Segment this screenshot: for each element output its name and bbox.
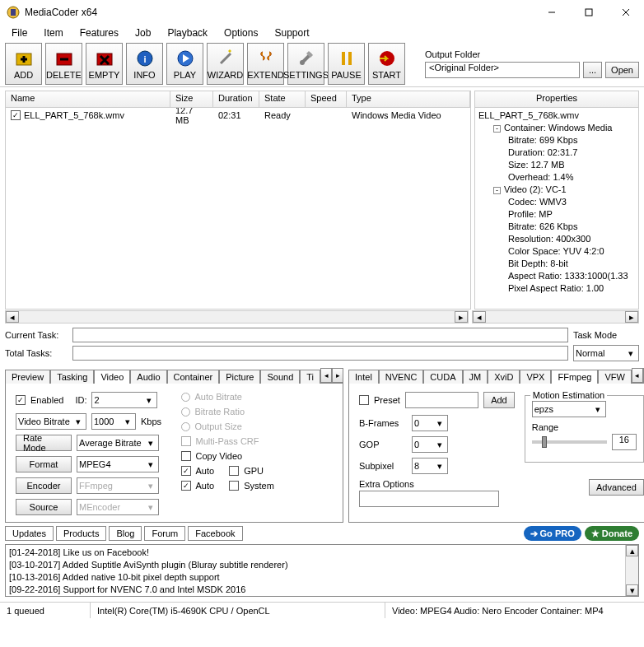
maximize-button[interactable]	[570, 0, 607, 25]
gopro-button[interactable]: ➔Go PRO	[524, 526, 581, 541]
menu-options[interactable]: Options	[216, 26, 266, 40]
tab-vpx[interactable]: VPX	[520, 370, 551, 384]
add-preset-button[interactable]: Add	[483, 392, 515, 408]
scroll-left-icon[interactable]: ◂	[473, 311, 486, 323]
col-state[interactable]: State	[259, 91, 306, 107]
format-select[interactable]: MPEG4▾	[77, 456, 159, 472]
donate-button[interactable]: ★Donate	[585, 526, 639, 541]
preset-input[interactable]	[405, 392, 478, 408]
gop-select[interactable]: 0▾	[412, 436, 448, 453]
link-products[interactable]: Products	[56, 526, 106, 541]
tab-intel[interactable]: Intel	[348, 370, 379, 384]
col-speed[interactable]: Speed	[306, 91, 347, 107]
tab-video[interactable]: Video	[94, 370, 130, 384]
tab-vfw[interactable]: VFW	[598, 370, 631, 384]
subpixel-select[interactable]: 8▾	[412, 458, 448, 474]
info-button[interactable]: iINFO	[126, 43, 163, 85]
scroll-right-icon[interactable]: ▸	[625, 311, 638, 323]
menu-job[interactable]: Job	[127, 26, 159, 40]
menu-file[interactable]: File	[3, 26, 35, 40]
file-checkbox[interactable]	[11, 110, 21, 120]
bframes-select[interactable]: 0▾	[412, 415, 448, 431]
menu-support[interactable]: Support	[266, 26, 317, 40]
me-select[interactable]: epzs▾	[532, 401, 606, 417]
col-type[interactable]: Type	[347, 91, 470, 107]
tab-scroll-right[interactable]: ▸	[332, 368, 343, 383]
minimize-button[interactable]	[533, 0, 570, 25]
settings-button[interactable]: SETTINGS	[287, 43, 324, 85]
prop-video[interactable]: -Video (2): VC-1	[478, 184, 635, 196]
tab-xvid[interactable]: XviD	[488, 370, 520, 384]
format-button[interactable]: Format	[16, 456, 72, 472]
preset-checkbox[interactable]	[359, 395, 369, 405]
browse-button[interactable]: ...	[583, 62, 602, 78]
close-button[interactable]	[607, 0, 644, 25]
col-duration[interactable]: Duration	[213, 91, 259, 107]
rate-mode-select[interactable]: Average Bitrate▾	[77, 435, 159, 451]
menu-features[interactable]: Features	[72, 26, 127, 40]
pause-button[interactable]: PAUSE	[328, 43, 365, 85]
tab-time[interactable]: Ti	[300, 370, 320, 384]
wizard-button[interactable]: WIZARD	[207, 43, 244, 85]
tab-tasking[interactable]: Tasking	[50, 370, 94, 384]
delete-button[interactable]: DELETE	[45, 43, 82, 85]
slider-thumb[interactable]	[542, 436, 547, 448]
scroll-right-icon[interactable]: ▸	[455, 311, 468, 323]
tab-nvenc[interactable]: NVENC	[379, 370, 424, 384]
prop-container[interactable]: -Container: Windows Media	[478, 122, 635, 134]
scroll-up-icon[interactable]: ▴	[626, 545, 638, 556]
open-button[interactable]: Open	[605, 62, 639, 78]
encoder-button[interactable]: Encoder	[16, 477, 72, 494]
source-button[interactable]: Source	[16, 499, 72, 515]
tab-container[interactable]: Container	[167, 370, 220, 384]
play-button[interactable]: PLAY	[166, 43, 203, 85]
col-name[interactable]: Name	[6, 91, 170, 107]
rate-mode-button[interactable]: Rate Mode	[16, 435, 72, 451]
tree-collapse-icon[interactable]: -	[493, 125, 501, 133]
add-button[interactable]: ADD	[5, 43, 42, 85]
file-row[interactable]: ELL_PART_5_768k.wmv 12.7 MB 02:31 Ready …	[6, 108, 470, 123]
prop-file[interactable]: ELL_PART_5_768k.wmv	[478, 109, 635, 122]
menu-playback[interactable]: Playback	[159, 26, 216, 40]
log-vscroll[interactable]: ▴ ▾	[625, 545, 638, 596]
scroll-down-icon[interactable]: ▾	[626, 584, 638, 596]
system-checkbox[interactable]	[229, 481, 239, 491]
menu-item[interactable]: Item	[35, 26, 71, 40]
extend-button[interactable]: EXTEND	[247, 43, 284, 85]
copy-video-checkbox[interactable]	[181, 451, 191, 461]
link-forum[interactable]: Forum	[144, 526, 185, 541]
list-hscroll[interactable]: ◂ ▸	[5, 310, 469, 324]
auto2-checkbox[interactable]	[181, 481, 191, 491]
link-blog[interactable]: Blog	[109, 526, 142, 541]
tab-scroll-left[interactable]: ◂	[320, 368, 332, 383]
col-size[interactable]: Size	[170, 91, 213, 107]
scroll-left-icon[interactable]: ◂	[6, 311, 19, 323]
tab-preview[interactable]: Preview	[5, 370, 50, 384]
range-input[interactable]: 16	[612, 434, 637, 450]
tree-collapse-icon[interactable]: -	[493, 187, 501, 194]
auto-checkbox[interactable]	[181, 466, 191, 476]
output-folder-input[interactable]: <Original Folder>	[425, 62, 580, 78]
advanced-button[interactable]: Advanced	[589, 479, 644, 496]
gpu-checkbox[interactable]	[229, 466, 239, 476]
id-select[interactable]: 2▾	[91, 392, 157, 408]
source-select[interactable]: MEncoder▾	[77, 499, 159, 515]
link-updates[interactable]: Updates	[5, 526, 54, 541]
bitrate-mode-select[interactable]: Video Bitrate▾	[16, 413, 86, 430]
tab-audio[interactable]: Audio	[130, 370, 166, 384]
start-button[interactable]: START	[368, 43, 405, 85]
bitrate-value-select[interactable]: 1000▾	[91, 413, 136, 430]
tab-picture[interactable]: Picture	[219, 370, 260, 384]
link-facebook[interactable]: Facebook	[188, 526, 242, 541]
tab-ffmpeg[interactable]: FFmpeg	[551, 370, 598, 384]
props-hscroll[interactable]: ◂ ▸	[472, 310, 639, 324]
task-mode-select[interactable]: Normal▾	[573, 345, 639, 361]
empty-button[interactable]: EMPTY	[86, 43, 123, 85]
enabled-checkbox[interactable]	[16, 395, 26, 405]
encoder-select[interactable]: FFmpeg▾	[77, 477, 159, 494]
range-slider[interactable]	[532, 440, 607, 444]
tab-cuda[interactable]: CUDA	[423, 370, 462, 384]
extra-options-input[interactable]	[359, 491, 499, 507]
tab-sound[interactable]: Sound	[260, 370, 300, 384]
tab-jm[interactable]: JM	[463, 370, 488, 384]
